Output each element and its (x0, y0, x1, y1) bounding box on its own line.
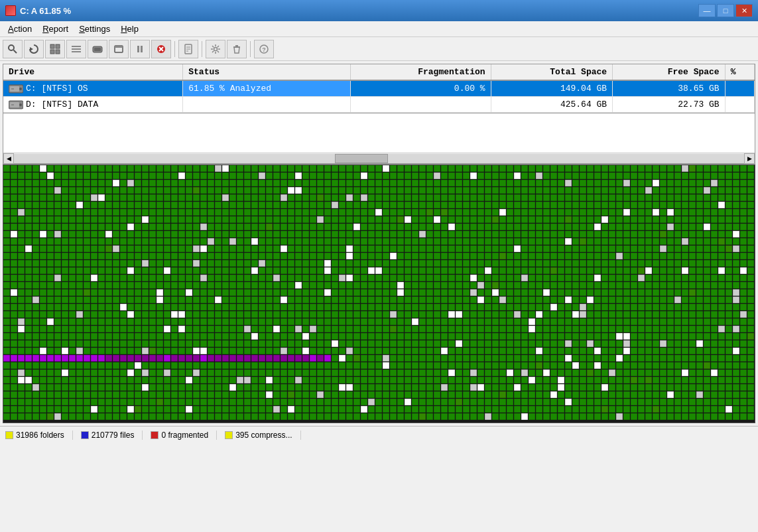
menu-bar: Action Report Settings Help (0, 21, 758, 37)
scroll-track[interactable] (14, 154, 744, 163)
percent-cell (725, 97, 754, 113)
folders-label: 31986 folders (16, 431, 64, 440)
menu-settings[interactable]: Settings (74, 23, 115, 35)
toolbar-separator-3 (250, 41, 251, 57)
minimize-button[interactable]: — (698, 4, 716, 17)
report-button[interactable] (178, 40, 198, 58)
free-space-cell: 38.65 GB (613, 80, 726, 97)
svg-rect-4 (56, 44, 60, 48)
stop-button[interactable] (151, 40, 171, 58)
files-dot (81, 431, 89, 439)
col-status: Status (183, 64, 351, 80)
disk-canvas (3, 165, 755, 423)
col-total-space: Total Space (491, 64, 612, 80)
title-bar: C: A 61.85 % — □ ✕ (0, 0, 758, 21)
menu-action[interactable]: Action (3, 23, 37, 35)
status-cell (183, 97, 351, 113)
table-header-row: Drive Status Fragmentation Total Space F… (3, 64, 755, 80)
analyze-button[interactable] (3, 40, 23, 58)
svg-line-1 (14, 50, 17, 53)
app-icon (5, 5, 16, 16)
svg-point-23 (214, 47, 218, 50)
folders-dot (5, 431, 13, 439)
status-files: 210779 files (73, 431, 143, 440)
settings-button[interactable] (206, 40, 225, 58)
svg-point-0 (9, 45, 14, 50)
compressed-label: 395 compress... (235, 431, 292, 440)
svg-rect-15 (141, 46, 143, 52)
svg-rect-11 (94, 48, 101, 51)
compressed-dot (225, 431, 233, 439)
fragmented-label: 0 fragmented (161, 431, 208, 440)
svg-rect-24 (233, 46, 240, 48)
svg-rect-9 (72, 51, 81, 52)
window-button[interactable] (109, 40, 129, 58)
drive-table: Drive Status Fragmentation Total Space F… (3, 64, 755, 113)
svg-rect-25 (235, 45, 238, 46)
scroll-thumb[interactable] (335, 154, 388, 163)
empty-area (3, 113, 755, 153)
svg-text:?: ? (262, 46, 266, 53)
table-row[interactable]: C: [NTFS] OS61.85 % Analyzed0.00 %149.04… (3, 80, 755, 97)
percent-cell (725, 80, 754, 97)
scroll-left-button[interactable]: ◀ (3, 153, 14, 164)
status-cell: 61.85 % Analyzed (183, 80, 351, 97)
svg-rect-8 (72, 48, 81, 50)
close-button[interactable]: ✕ (735, 4, 753, 17)
toolbar-separator-2 (202, 41, 202, 57)
table-row[interactable]: D: [NTFS] DATA425.64 GB22.73 GB (3, 97, 755, 113)
svg-rect-13 (115, 46, 123, 48)
status-bar: 31986 folders 210779 files 0 fragmented … (0, 426, 758, 443)
drive-cell: C: [NTFS] OS (3, 80, 183, 97)
bucket-button[interactable] (227, 40, 247, 58)
svg-rect-6 (56, 50, 60, 54)
toolbar-separator-1 (174, 41, 175, 57)
total-space-cell: 425.64 GB (491, 97, 612, 113)
harddrive-button[interactable] (88, 40, 107, 58)
defrag-button[interactable] (24, 40, 44, 58)
pause-button[interactable] (130, 40, 150, 58)
files-label: 210779 files (92, 431, 135, 440)
col-free-space: Free Space (613, 64, 726, 80)
title-bar-left: C: A 61.85 % (5, 5, 71, 16)
col-fragmentation: Fragmentation (351, 64, 491, 80)
total-space-cell: 149.04 GB (491, 80, 612, 97)
title-bar-controls: — □ ✕ (698, 4, 753, 17)
col-percent: % (725, 64, 754, 80)
status-compressed: 395 compress... (217, 431, 300, 440)
fragmentation-cell: 0.00 % (351, 80, 491, 97)
status-fragmented: 0 fragmented (143, 431, 217, 440)
disk-visualization (3, 165, 755, 423)
svg-rect-7 (72, 46, 81, 47)
menu-help[interactable]: Help (115, 23, 144, 35)
status-folders: 31986 folders (5, 431, 73, 440)
svg-point-30 (19, 88, 22, 90)
view-button[interactable] (66, 40, 86, 58)
scroll-right-button[interactable]: ▶ (744, 153, 755, 164)
maximize-button[interactable]: □ (717, 4, 734, 17)
drive-select-button[interactable] (45, 40, 65, 58)
svg-point-34 (19, 103, 22, 106)
svg-rect-3 (50, 44, 54, 48)
svg-marker-2 (30, 47, 33, 51)
col-drive: Drive (3, 64, 183, 80)
drive-table-container[interactable]: Drive Status Fragmentation Total Space F… (3, 64, 755, 113)
main-panel: Drive Status Fragmentation Total Space F… (3, 64, 755, 165)
fragmentation-cell (351, 97, 491, 113)
toolbar: ? (0, 37, 758, 61)
svg-rect-5 (50, 50, 54, 54)
menu-report[interactable]: Report (37, 23, 74, 35)
title-text: C: A 61.85 % (20, 6, 71, 16)
svg-rect-14 (137, 46, 139, 52)
horizontal-scrollbar[interactable]: ◀ ▶ (3, 153, 755, 164)
fragmented-dot (151, 431, 158, 439)
drive-cell: D: [NTFS] DATA (3, 97, 183, 113)
free-space-cell: 22.73 GB (613, 97, 726, 113)
help-button[interactable]: ? (254, 40, 274, 58)
